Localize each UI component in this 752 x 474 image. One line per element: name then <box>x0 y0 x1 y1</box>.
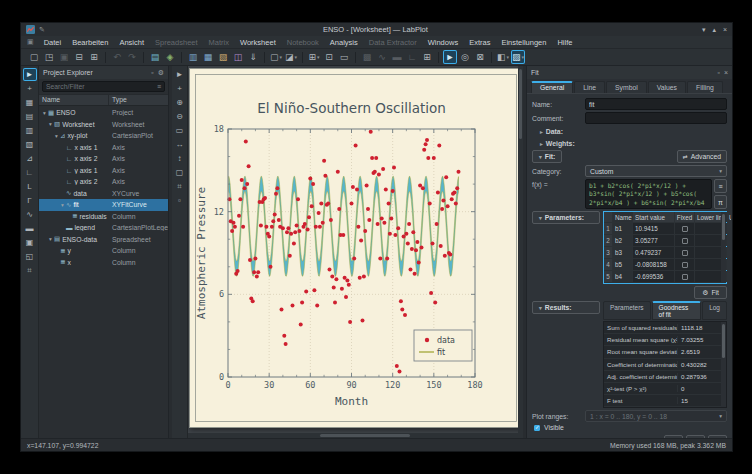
expander-icon[interactable]: ▾ <box>41 110 48 116</box>
legend-icon[interactable]: ▬ <box>23 222 37 235</box>
comment-field[interactable] <box>585 112 727 124</box>
ws-box-icon[interactable]: ▢ <box>173 166 187 179</box>
category-dropdown[interactable]: Custom▾ <box>585 165 727 177</box>
presenter-dropdown[interactable]: ▨▾ <box>511 50 525 64</box>
menu-spreadsheet[interactable]: Spreadsheet <box>150 37 203 48</box>
import-dropdown[interactable]: ◪▾ <box>284 50 298 64</box>
text-label-icon[interactable]: ▣ <box>23 236 37 249</box>
menu-windows[interactable]: Windows <box>423 37 463 48</box>
menu-bearbeiten[interactable]: Bearbeiten <box>67 37 113 48</box>
y-axis-icon[interactable]: Γ <box>23 194 37 207</box>
dock-settings-icon[interactable]: ⚙ <box>158 69 164 77</box>
worksheet-view[interactable]: 0306090120150180061218El Niño-Southern O… <box>188 66 523 438</box>
tree-col-type[interactable]: Type <box>109 95 168 105</box>
image-icon[interactable]: ◱ <box>23 250 37 263</box>
fixed-checkbox[interactable] <box>682 274 688 280</box>
param-row-b3[interactable]: 3b30.479237 <box>604 247 721 259</box>
menu-notebook[interactable]: Notebook <box>282 37 324 48</box>
results-scrollbar[interactable] <box>721 322 726 407</box>
maximize-button[interactable]: ▴ <box>712 26 716 34</box>
ws-zoom-in-icon[interactable]: ⊕ <box>173 96 187 109</box>
menu-analysis[interactable]: Analysis <box>325 37 363 48</box>
redo-icon[interactable]: ↷ <box>125 50 139 64</box>
grid-icon[interactable]: ⊞ <box>420 50 434 64</box>
menu-data-extractor[interactable]: Data Extractor <box>364 37 422 48</box>
tree-row-y-axis-1[interactable]: ∟y axis 1Axis <box>39 165 168 177</box>
worksheet-vscrollbar[interactable] <box>518 66 523 438</box>
data-section-toggle[interactable]: ▸Data: <box>532 126 727 136</box>
tab-symbol[interactable]: Symbol <box>606 81 647 93</box>
tree-row-legend[interactable]: ▬legendCartesianPlotLegend <box>39 222 168 234</box>
param-row-b5[interactable]: 4b5-0.0808158 <box>604 259 721 271</box>
curve-icon[interactable]: ∿ <box>23 208 37 221</box>
ws-zoom-out-icon[interactable]: ⊖ <box>173 110 187 123</box>
zoom-select-icon[interactable]: ▭ <box>337 50 351 64</box>
ws-select-icon[interactable]: ► <box>173 68 187 81</box>
parameters-scrollbar[interactable] <box>721 212 726 283</box>
fixed-checkbox[interactable] <box>682 238 688 244</box>
plot-page[interactable]: 0306090120150180061218El Niño-Southern O… <box>189 68 523 428</box>
new-object-dropdown[interactable]: ▢▾ <box>269 50 283 64</box>
formula-editor[interactable]: b1 + b2*cos( 2*pi*x/12 ) + b3*sin( 2*pi*… <box>585 179 712 209</box>
add-legend-icon[interactable]: ▬ <box>390 50 404 64</box>
navigate-mode-button[interactable]: ► <box>443 50 457 64</box>
tree-row-x-axis-2[interactable]: ∟x axis 2Axis <box>39 153 168 165</box>
new-workbook-icon[interactable]: ▤ <box>148 50 162 64</box>
name-field[interactable] <box>585 98 727 110</box>
functions-button[interactable]: ≡ <box>714 179 727 193</box>
plot-ranges-dropdown[interactable]: 1 : x = 0 .. 180, y = 0 .. 18▾ <box>585 410 727 422</box>
ws-zoom-fit-icon[interactable]: ▭ <box>173 124 187 137</box>
new-datapicker-icon[interactable]: ◈ <box>163 50 177 64</box>
parameters-section-toggle[interactable]: ▾Parameters: <box>532 211 600 224</box>
menu-matrix[interactable]: Matrix <box>204 37 234 48</box>
menu-hilfe[interactable]: Hilfe <box>552 37 577 48</box>
magnification-dropdown[interactable]: ◧▾ <box>496 50 510 64</box>
constants-button[interactable]: π <box>714 195 727 209</box>
layout-dropdown[interactable]: ⊞▾ <box>307 50 321 64</box>
save-project-icon[interactable]: ▣ <box>57 50 71 64</box>
print-icon[interactable]: ⊟ <box>72 50 86 64</box>
tree-row-fit[interactable]: ▾∿fitXYFitCurve <box>39 199 168 211</box>
menu-datei[interactable]: Datei <box>39 37 67 48</box>
plot-icon[interactable]: ⊿ <box>23 152 37 165</box>
fit-section-toggle[interactable]: ▾Fit: <box>532 150 562 163</box>
close-button[interactable]: × <box>723 26 727 34</box>
cartesian-plot-icon[interactable]: ▩ <box>360 50 374 64</box>
tab-parameters[interactable]: Parameters <box>603 301 651 320</box>
tree-row-xy-plot[interactable]: ▾⊿xy-plotCartesianPlot <box>39 130 168 142</box>
matrix-icon[interactable]: ▥ <box>23 124 37 137</box>
new-worksheet-icon[interactable]: ▧ <box>216 50 230 64</box>
tree-row-worksheet[interactable]: ▾▧WorksheetWorksheet <box>39 119 168 131</box>
tree-col-name[interactable]: Name <box>39 95 109 105</box>
visible-checkbox[interactable] <box>534 425 540 431</box>
tab-values[interactable]: Values <box>648 81 686 93</box>
search-input[interactable] <box>46 83 157 90</box>
app-menu-icon[interactable]: ▣ <box>27 38 34 46</box>
tab-log[interactable]: Log <box>702 301 727 320</box>
select-region-button[interactable]: ⊠ <box>473 50 487 64</box>
dock-close-icon[interactable]: × <box>724 69 728 76</box>
param-row-b4[interactable]: 5b4-0.699536 <box>604 271 721 283</box>
tree-row-enso-data[interactable]: ▾▤ENSO-dataSpreadsheet <box>39 234 168 246</box>
workbook-icon[interactable]: ▦ <box>23 96 37 109</box>
worksheet-icon[interactable]: ▧ <box>23 138 37 151</box>
tab-line[interactable]: Line <box>574 81 605 93</box>
dock-float-icon[interactable]: ▫ <box>717 69 719 76</box>
add-curve-icon[interactable]: ∿ <box>375 50 389 64</box>
menu-einstellungen[interactable]: Einstellungen <box>496 37 551 48</box>
spreadsheet-icon[interactable]: ▤ <box>23 110 37 123</box>
zoom-fit-icon[interactable]: ⊡ <box>322 50 336 64</box>
zoom-mode-button[interactable]: ◎ <box>458 50 472 64</box>
ws-snap-icon[interactable]: ▫ <box>173 194 187 207</box>
expander-icon[interactable]: ▾ <box>59 202 66 208</box>
weights-section-toggle[interactable]: ▸Weights: <box>532 138 727 148</box>
ws-shift-x-icon[interactable]: ↔ <box>173 138 187 151</box>
tree-row-enso[interactable]: ▾▦ENSOProject <box>39 107 168 119</box>
tree-row-x-axis-1[interactable]: ∟x axis 1Axis <box>39 142 168 154</box>
advanced-button[interactable]: ⇄Advanced <box>677 150 727 163</box>
param-row-b1[interactable]: 1b110.9415 <box>604 223 721 235</box>
dock-float-icon[interactable]: ▫ <box>151 69 153 76</box>
crosshair-tool-icon[interactable]: + <box>23 82 37 95</box>
new-spreadsheet-icon[interactable]: ▥ <box>186 50 200 64</box>
open-project-icon[interactable]: ◳ <box>42 50 56 64</box>
